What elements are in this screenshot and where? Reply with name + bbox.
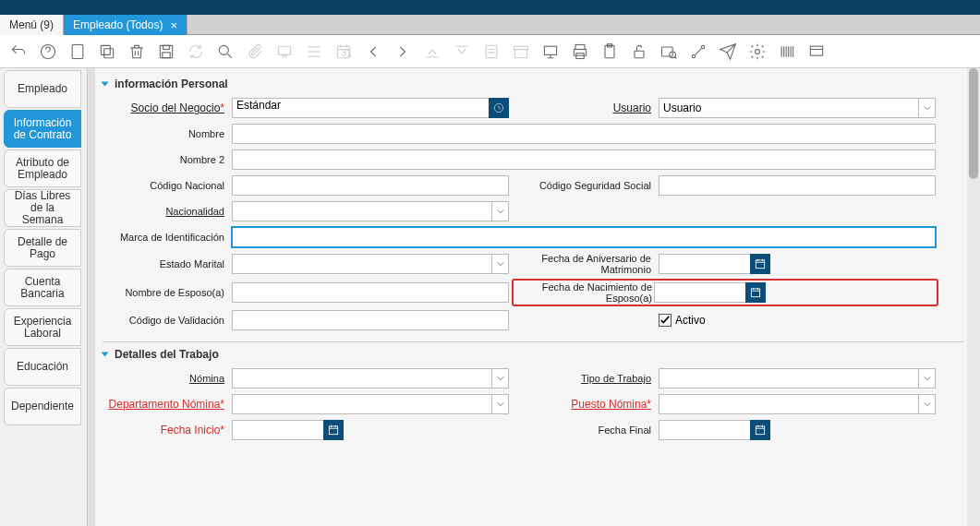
lock-button[interactable]	[626, 39, 652, 65]
fecha-nac-esposo-input[interactable]	[654, 282, 746, 303]
zoom-button[interactable]	[656, 39, 682, 65]
scrollbar-thumb[interactable]	[969, 68, 978, 179]
svg-rect-11	[486, 45, 497, 57]
settings-button[interactable]	[744, 39, 770, 65]
label-tipo-trabajo[interactable]: Tipo de Trabajo	[514, 373, 653, 384]
help-button[interactable]	[35, 39, 61, 65]
sidetab-experiencia-laboral[interactable]: Experiencia Laboral	[4, 308, 81, 346]
sidetab-detalle-pago[interactable]: Detalle de Pago	[4, 229, 81, 267]
departamento-nomina-select[interactable]	[232, 394, 509, 414]
socio-input[interactable]: Estándar	[232, 98, 490, 118]
screen-button[interactable]	[804, 39, 829, 65]
sidetab-dias-libres[interactable]: Días Libres de la Semana	[4, 189, 81, 227]
tab-menu[interactable]: Menú (9)	[0, 15, 64, 35]
codigo-validacion-input[interactable]	[232, 310, 509, 330]
label-estado-marital: Estado Marital	[106, 258, 226, 269]
send-button[interactable]	[715, 39, 741, 65]
fecha-inicio-input[interactable]	[232, 420, 324, 440]
tipo-trabajo-select[interactable]	[659, 368, 936, 389]
label-departamento-nomina[interactable]: Departamento Nómina*	[106, 398, 226, 411]
label-fecha-inicio: Fecha Inicio*	[106, 424, 226, 436]
vertical-scrollbar[interactable]	[967, 68, 980, 526]
search-button[interactable]	[212, 39, 238, 65]
label-fecha-nac-esposo: Fecha de Nacimiento de Esposo(a)	[515, 281, 654, 304]
list-button[interactable]	[301, 39, 327, 65]
sidetab-dependiente[interactable]: Dependiente	[4, 388, 81, 425]
fecha-final-date-button[interactable]	[750, 420, 770, 440]
report-button[interactable]	[478, 39, 504, 65]
svg-rect-26	[810, 46, 822, 55]
refresh-button[interactable]	[183, 39, 209, 65]
nombre-input[interactable]	[232, 124, 936, 144]
section-personal-header[interactable]: información Personal	[103, 78, 963, 90]
chevron-down-icon	[491, 255, 508, 273]
archive-button[interactable]	[508, 39, 534, 65]
sidebar-scrollbar[interactable]	[88, 68, 95, 526]
attach-button[interactable]	[242, 39, 268, 65]
estado-marital-select[interactable]	[232, 254, 509, 274]
svg-text:31: 31	[342, 48, 353, 58]
label-socio[interactable]: Socio del Negocio*	[106, 102, 226, 114]
copy-button[interactable]	[94, 39, 120, 65]
section-trabajo-title: Detalles del Trabajo	[115, 348, 219, 361]
calendar-button[interactable]: 31	[331, 39, 357, 65]
side-tabs: Empleado Información de Contrato Atribut…	[0, 68, 88, 526]
usuario-select[interactable]: Usuario	[659, 98, 936, 118]
aniversario-input[interactable]	[659, 254, 751, 274]
main-toolbar: 31	[0, 35, 980, 68]
tab-empleado[interactable]: Empleado (Todos) ×	[64, 15, 188, 35]
svg-rect-6	[163, 52, 170, 57]
prev-button[interactable]	[360, 39, 386, 65]
chevron-down-icon	[918, 369, 935, 388]
fecha-nac-esposo-date-button[interactable]	[745, 282, 766, 303]
svg-point-24	[701, 45, 704, 48]
sidetab-educacion[interactable]: Educación	[4, 348, 81, 386]
socio-lookup-button[interactable]	[489, 98, 509, 118]
fecha-inicio-date-button[interactable]	[323, 420, 344, 440]
svg-rect-5	[163, 45, 170, 49]
svg-rect-12	[514, 49, 526, 57]
label-codigo-seguridad: Código Seguridad Social	[514, 180, 653, 191]
undo-button[interactable]	[6, 39, 31, 65]
section-trabajo-header[interactable]: Detalles del Trabajo	[103, 348, 963, 361]
window-titlebar	[0, 0, 980, 15]
activo-checkbox[interactable]	[659, 314, 671, 327]
svg-rect-8	[278, 46, 290, 54]
chat-button[interactable]	[272, 39, 297, 65]
next-button[interactable]	[390, 39, 416, 65]
codigo-nacional-input[interactable]	[232, 175, 509, 196]
marca-input[interactable]	[232, 227, 936, 247]
puesto-nomina-select[interactable]	[659, 394, 936, 414]
svg-rect-28	[756, 260, 764, 269]
label-puesto-nomina[interactable]: Puesto Nómina*	[514, 398, 653, 411]
nomina-select[interactable]	[232, 368, 509, 389]
save-button[interactable]	[153, 39, 179, 65]
nacionalidad-select[interactable]	[232, 201, 509, 221]
codigo-seguridad-input[interactable]	[659, 175, 936, 196]
aniversario-date-button[interactable]	[750, 254, 770, 274]
svg-point-23	[692, 54, 695, 57]
label-usuario[interactable]: Usuario	[514, 102, 653, 114]
sidetab-cuenta-bancaria[interactable]: Cuenta Bancaria	[4, 269, 81, 306]
first-button[interactable]	[419, 39, 445, 65]
present-button[interactable]	[538, 39, 563, 65]
sidetab-empleado[interactable]: Empleado	[4, 70, 81, 108]
chevron-down-icon	[918, 395, 935, 413]
label-nacionalidad[interactable]: Nacionalidad	[106, 206, 226, 217]
nombre-esposo-input[interactable]	[232, 282, 509, 303]
last-button[interactable]	[449, 39, 475, 65]
sidetab-informacion-contrato[interactable]: Información de Contrato	[4, 110, 81, 148]
barcode-button[interactable]	[774, 39, 800, 65]
clipboard-button[interactable]	[597, 39, 623, 65]
print-button[interactable]	[567, 39, 593, 65]
sidetab-atributo-empleado[interactable]: Atributo de Empleado	[4, 149, 81, 187]
highlight-fecha-nacimiento-esposo: Fecha de Nacimiento de Esposo(a)	[512, 279, 938, 306]
nombre2-input[interactable]	[232, 149, 936, 170]
label-nomina[interactable]: Nómina	[106, 373, 226, 384]
close-icon[interactable]: ×	[170, 18, 177, 32]
fecha-final-input[interactable]	[659, 420, 751, 440]
new-button[interactable]	[65, 39, 91, 65]
delete-button[interactable]	[124, 39, 150, 65]
label-codigo-nacional: Código Nacional	[106, 180, 226, 191]
workflow-button[interactable]	[685, 39, 711, 65]
